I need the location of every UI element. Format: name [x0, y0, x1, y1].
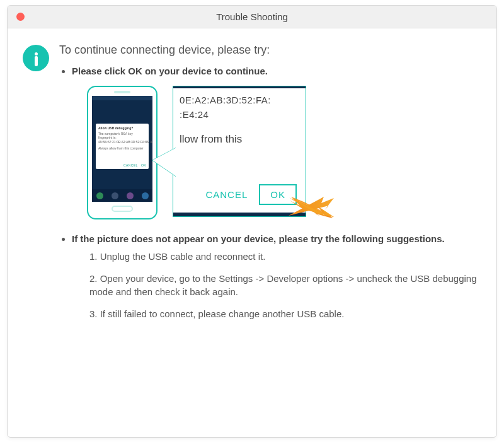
phone-dialog-ok: OK	[141, 163, 146, 167]
window-title: Trouble Shooting	[8, 11, 496, 22]
zoom-ok-button: OK	[259, 184, 297, 205]
step-3: 3. If still failed to connect, please ch…	[89, 307, 479, 320]
content-area: To continue connecting device, please tr…	[8, 28, 496, 342]
bullet-click-ok: Please click OK on your device to contin…	[72, 66, 479, 219]
phone-speaker-icon	[114, 91, 130, 93]
phone-dialog-fingerprint: 49:BA:67:21:0E:A2:AB:3D:52:FA:86:7D:E4:2…	[98, 140, 146, 144]
zoom-actions: CANCEL OK	[205, 184, 297, 205]
phone-screen: Allow USB debugging? The computer's RSA …	[92, 96, 152, 202]
illustration: Allow USB debugging? The computer's RSA …	[87, 86, 306, 219]
app-icon	[127, 192, 134, 199]
close-icon[interactable]	[16, 13, 25, 21]
phone-dialog: Allow USB debugging? The computer's RSA …	[96, 124, 149, 169]
info-icon	[23, 45, 49, 71]
phone-dialog-actions: CANCEL OK	[123, 163, 146, 168]
step-1: 1. Unplug the USB cable and reconnect it…	[89, 250, 479, 263]
steps-list: 1. Unplug the USB cable and reconnect it…	[72, 250, 479, 320]
icon-column	[23, 44, 59, 329]
callout-tail-icon	[152, 148, 176, 177]
app-icon	[112, 192, 118, 199]
zoom-cancel-label: CANCEL	[205, 189, 248, 200]
phone-dialog-title: Allow USB debugging?	[98, 126, 146, 131]
phone-mockup: Allow USB debugging? The computer's RSA …	[87, 86, 158, 219]
phone-dialog-cancel: CANCEL	[123, 163, 138, 167]
bullet-suggestions: If the picture does not appear on your d…	[72, 233, 479, 320]
bullet-suggestions-text: If the picture does not appear on your d…	[72, 233, 445, 244]
app-icon	[142, 192, 149, 199]
phone-dialog-body: The computer's RSA key fingerprint is:	[98, 132, 146, 140]
instruction-list: Please click OK on your device to contin…	[59, 66, 479, 320]
page-heading: To continue connecting device, please tr…	[59, 44, 479, 57]
phone-statusbar	[92, 96, 152, 100]
zoom-rsa-line1: 0E:A2:AB:3D:52:FA:	[180, 93, 299, 108]
app-icon	[96, 192, 103, 199]
troubleshoot-window: Trouble Shooting To continue connecting …	[7, 5, 497, 438]
body-column: To continue connecting device, please tr…	[59, 44, 479, 329]
zoom-rsa-line2: :E4:24	[180, 108, 299, 122]
phone-homebar	[92, 189, 152, 202]
zoom-allow-text: llow from this	[180, 133, 299, 146]
bullet-click-ok-text: Please click OK on your device to contin…	[72, 66, 268, 76]
phone-home-button-icon	[112, 206, 133, 212]
zoom-panel: 0E:A2:AB:3D:52:FA: :E4:24 llow from this…	[173, 86, 306, 217]
titlebar: Trouble Shooting	[8, 6, 496, 28]
phone-dialog-checkbox: Always allow from this computer	[98, 146, 146, 151]
step-2: 2. Open your device, go to the Settings …	[89, 272, 479, 298]
